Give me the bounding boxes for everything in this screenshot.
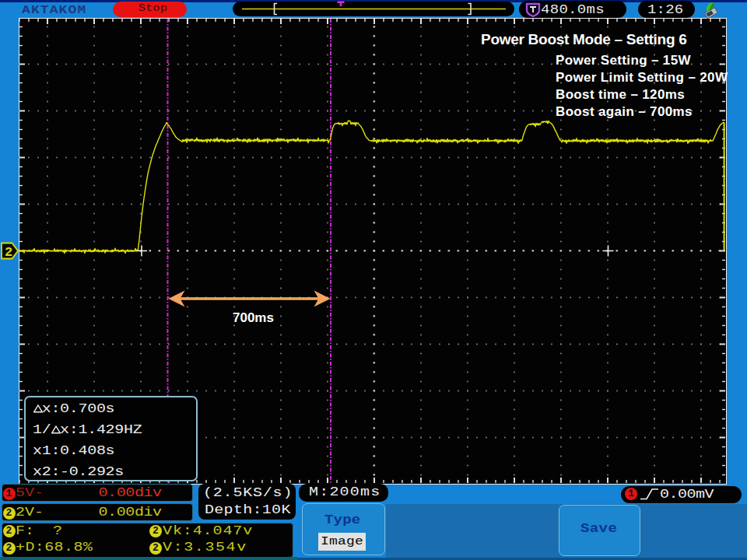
svg-text:2: 2 <box>5 245 12 260</box>
